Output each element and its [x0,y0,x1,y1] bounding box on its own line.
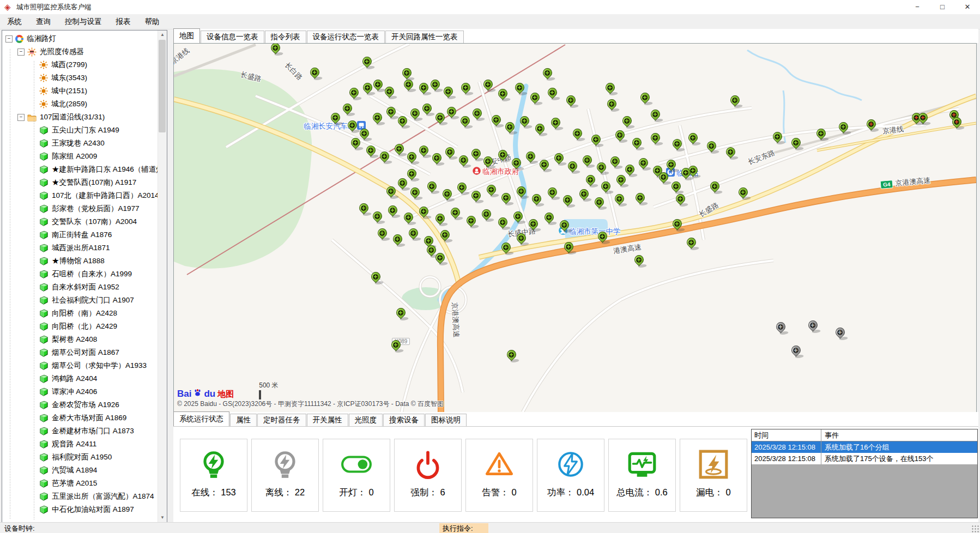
tree-leaf-1-2[interactable]: 陈家组 A2009 [2,150,158,163]
event-log-row-1[interactable]: 2025/3/28 12:15:08系统加载了175个设备，在线153个 [752,453,977,464]
marker-plus-icon: + [556,155,561,161]
tree-expander[interactable]: − [17,114,25,121]
marker-plus-icon: + [617,132,622,138]
marker-plus-icon: + [374,214,380,219]
lamp-device-icon [39,178,49,187]
map-canvas[interactable]: 长盛路 长白路 京港线 长安中路 长安东路 长盛中路 长盛路 港澳高速 京港澳高… [173,43,977,413]
marker-plus-icon: + [688,240,694,245]
lamp-device-icon [39,126,49,135]
tree-leaf-1-11[interactable]: 石咀桥（自来水）A1999 [2,268,158,281]
tree-leaf-1-3[interactable]: ★建新中路路口东 A1946（辅道灯） [2,163,158,176]
tree-leaf-1-22[interactable]: 金桥大市场对面 A1869 [2,411,158,425]
bottom-tab-3[interactable]: 开关属性 [307,414,348,426]
tree-leaf-0-1[interactable]: 城东(3543) [2,71,158,84]
marker-plus-icon: + [432,82,438,87]
tree-leaf-1-15[interactable]: 向阳桥（北）A2429 [2,320,158,333]
tree-leaf-1-8[interactable]: 南正街转盘 A1876 [2,228,158,241]
marker-plus-icon: + [954,119,959,125]
main-tab-0[interactable]: 地图 [173,28,200,43]
group-root-icon [15,35,23,43]
tree-leaf-1-14[interactable]: 向阳桥（南）A2428 [2,307,158,320]
menu-item-0[interactable]: 系统 [0,14,29,29]
main-tab-1[interactable]: 设备信息一览表 [201,31,264,43]
bottom-tab-1[interactable]: 属性 [230,414,257,426]
event-text: 系统加载了16个分组 [821,441,977,453]
marker-plus-icon: + [459,185,464,190]
menu-item-1[interactable]: 查询 [29,14,58,29]
tree-leaf-1-20[interactable]: 谭家冲 A2406 [2,385,158,398]
tree-leaf-0-3[interactable]: 城北(2859) [2,98,158,111]
main-tab-4[interactable]: 开关回路属性一览表 [385,31,464,43]
marker-plus-icon: + [868,122,874,127]
marker-plus-icon: + [640,160,646,166]
bottom-tab-4[interactable]: 光照度 [349,414,383,426]
tree-leaf-1-12[interactable]: 自来水斜对面 A1952 [2,281,158,294]
tree-leaf-1-26[interactable]: 汽贸城 A1894 [2,464,158,477]
menu-bar: 系统查询控制与设置报表帮助 [0,14,980,29]
bottom-tab-0[interactable]: 系统运行状态 [173,411,229,426]
tree-root[interactable]: −临湘路灯 [2,32,158,45]
event-log-table[interactable]: 时间事件2025/3/28 12:15:08系统加载了16个分组2025/3/2… [751,429,978,518]
minimize-button[interactable]: − [905,0,930,14]
marker-plus-icon: + [661,174,666,180]
tree-group-1[interactable]: −107国道沿线(31/31) [2,111,158,124]
marker-plus-icon: + [732,98,737,103]
marker-plus-icon: + [709,143,714,149]
tree-scrollbar[interactable]: ▲ ▼ [158,31,167,522]
marker-plus-icon: + [393,342,398,348]
main-tab-2[interactable]: 指令列表 [265,31,306,43]
marker-plus-icon: + [534,196,539,202]
tree-leaf-1-13[interactable]: 社会福利院大门口 A1907 [2,294,158,307]
tree-leaf-1-0[interactable]: 五尖山大门东 A1949 [2,124,158,137]
tree-leaf-1-16[interactable]: 梨树巷 A2408 [2,333,158,346]
tree-leaf-1-17[interactable]: 烟草公司对面 A1867 [2,346,158,359]
tree-expander[interactable]: − [17,49,25,56]
scroll-down-arrow[interactable]: ▼ [158,513,167,522]
scroll-thumb[interactable] [159,40,166,132]
tree-group-0[interactable]: −光照度传感器 [2,45,158,58]
bottom-tab-2[interactable]: 定时器任务 [257,414,306,426]
tree-leaf-1-23[interactable]: 金桥建材市场门口 A1873 [2,425,158,438]
tree-leaf-1-4[interactable]: ★交警队西(107南) A1917 [2,176,158,189]
main-tab-3[interactable]: 设备运行状态一览表 [307,31,385,43]
status-bar: 设备时钟: 执行指令: [0,522,980,533]
tree-leaf-1-1[interactable]: 王家珑巷 A2430 [2,137,158,150]
menu-item-4[interactable]: 帮助 [138,14,167,29]
marker-plus-icon: + [424,106,429,111]
tree-item-label: 王家珑巷 A2430 [52,138,105,148]
tree-leaf-1-7[interactable]: 交警队东（107南）A2004 [2,215,158,228]
marker-plus-icon: + [673,184,679,189]
event-log-row-0[interactable]: 2025/3/28 12:15:08系统加载了16个分组 [752,441,977,453]
light-sensor-icon [39,60,48,69]
scroll-up-arrow[interactable]: ▲ [158,31,167,39]
tree-leaf-1-21[interactable]: 金桥农贸市场 A1926 [2,398,158,411]
tree-leaf-1-19[interactable]: 鸿鹤路 A2404 [2,372,158,385]
tree-leaf-1-25[interactable]: 福利院对面 A1950 [2,451,158,464]
menu-item-3[interactable]: 报表 [109,14,138,29]
marker-plus-icon: + [503,245,509,250]
tree-leaf-1-5[interactable]: 107北（建新中路路口西）A2014 [2,189,158,202]
tree-leaf-1-29[interactable]: 中石化加油站对面 A1897 [2,503,158,516]
tree-leaf-1-9[interactable]: 城西派出所A1871 [2,241,158,255]
menu-item-2[interactable]: 控制与设置 [58,14,109,29]
tree-item-label: 交警队东（107南）A2004 [52,217,137,227]
tree-leaf-0-0[interactable]: 城西(2799) [2,58,158,71]
tree-leaf-1-24[interactable]: 观音路 A2411 [2,438,158,451]
lamp-device-icon [39,466,49,475]
tree-leaf-1-27[interactable]: 芭茅塘 A2015 [2,477,158,490]
bottom-tab-6[interactable]: 图标说明 [425,414,467,426]
tree-leaf-1-10[interactable]: ★博物馆 A1888 [2,255,158,268]
tree-leaf-1-18[interactable]: 烟草公司（求知中学）A1933 [2,359,158,372]
lamp-device-icon [39,244,49,253]
marker-plus-icon: + [412,190,418,195]
resize-grip[interactable] [971,525,979,532]
maximize-button[interactable]: □ [930,0,955,14]
tree-leaf-1-6[interactable]: 彭家巷（党校后面）A1977 [2,202,158,215]
close-button[interactable]: ✕ [955,0,980,14]
bottom-tab-5[interactable]: 搜索设备 [383,414,425,426]
baidu-paw-icon [193,389,202,398]
tree-leaf-0-2[interactable]: 城中(2151) [2,84,158,98]
tree-leaf-1-28[interactable]: 五里派出所（富源汽配）A1874 [2,490,158,503]
tree-expander[interactable]: − [5,35,13,43]
marker-plus-icon: + [677,196,683,202]
